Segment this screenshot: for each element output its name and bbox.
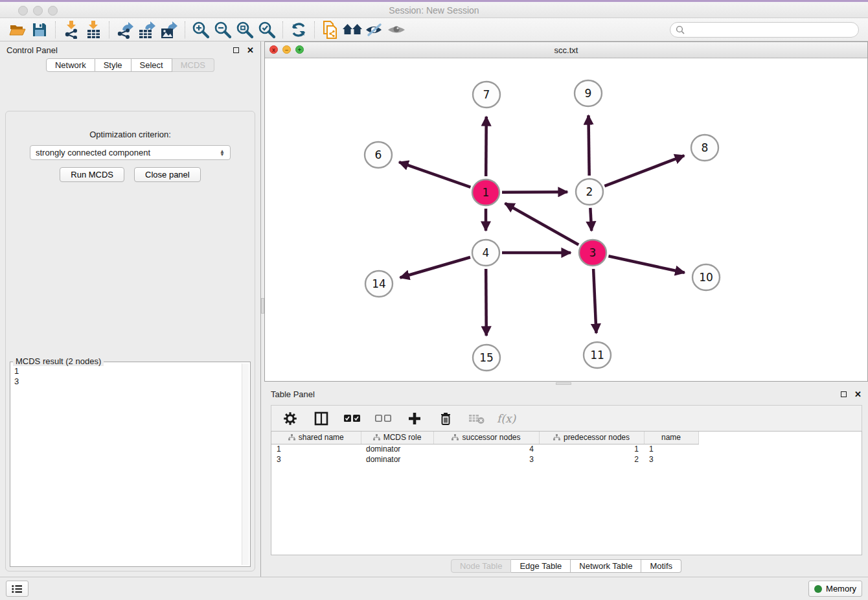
memory-status-icon: [814, 585, 822, 593]
close-view-button[interactable]: x: [269, 45, 278, 54]
export-network-button[interactable]: [114, 20, 136, 40]
tab-style[interactable]: Style: [95, 58, 131, 72]
table-row[interactable]: 1dominator411: [271, 444, 698, 454]
edge-3-1[interactable]: [505, 203, 579, 245]
optimization-criterion-select[interactable]: strongly connected component ▲▼: [30, 145, 231, 160]
show-all-button[interactable]: [385, 20, 407, 40]
table-cell[interactable]: 1: [539, 444, 644, 454]
svg-text:3: 3: [589, 246, 597, 259]
edge-1-6[interactable]: [399, 162, 470, 187]
table-cell[interactable]: dominator: [361, 454, 433, 465]
table-cell[interactable]: 3: [433, 454, 539, 465]
close-panel-icon[interactable]: ✕: [854, 389, 862, 399]
tab-motifs[interactable]: Motifs: [641, 559, 681, 573]
column-header-name[interactable]: name: [644, 432, 698, 444]
search-field[interactable]: [670, 22, 859, 38]
graph-node-7[interactable]: 7: [473, 82, 500, 108]
minimize-view-button[interactable]: –: [282, 45, 291, 54]
splitter-handle[interactable]: [556, 382, 571, 385]
unselect-all-columns-button[interactable]: [372, 409, 394, 428]
open-session-button[interactable]: [6, 20, 29, 40]
save-session-button[interactable]: [29, 20, 51, 40]
clone-network-button[interactable]: [319, 20, 341, 40]
edge-2-3[interactable]: [590, 208, 591, 231]
show-log-button[interactable]: [6, 581, 29, 597]
graph-node-10[interactable]: 10: [692, 264, 720, 290]
table-cell[interactable]: 3: [644, 454, 698, 465]
tab-edge-table[interactable]: Edge Table: [511, 559, 571, 573]
float-panel-icon[interactable]: [233, 47, 239, 53]
graph-node-9[interactable]: 9: [575, 80, 602, 106]
graph-node-2[interactable]: 2: [576, 179, 603, 205]
graph-node-1[interactable]: 1: [472, 179, 499, 205]
graph-node-14[interactable]: 14: [365, 271, 393, 297]
graph-node-15[interactable]: 15: [473, 345, 500, 371]
edge-2-9[interactable]: [588, 115, 589, 176]
hide-selected-button[interactable]: [363, 20, 385, 40]
table-cell[interactable]: dominator: [361, 444, 433, 454]
graph-node-11[interactable]: 11: [584, 342, 611, 368]
close-panel-button[interactable]: Close panel: [134, 167, 201, 182]
zoom-in-button[interactable]: [190, 20, 212, 40]
table-row[interactable]: 3dominator323: [271, 454, 698, 465]
search-input[interactable]: [688, 25, 853, 34]
table-cell[interactable]: 1: [644, 444, 698, 454]
tab-network-table[interactable]: Network Table: [571, 559, 641, 573]
tab-mcds[interactable]: MCDS: [172, 58, 214, 72]
table-settings-button[interactable]: [279, 409, 301, 428]
edge-1-7[interactable]: [486, 117, 486, 176]
network-canvas[interactable]: 7968124314101511: [265, 58, 867, 381]
select-all-columns-button[interactable]: [341, 409, 363, 428]
edge-3-11[interactable]: [593, 269, 596, 333]
tab-network[interactable]: Network: [46, 58, 95, 72]
float-panel-icon[interactable]: [841, 391, 847, 397]
show-column-panel-button[interactable]: [310, 409, 332, 428]
tab-select[interactable]: Select: [131, 58, 172, 72]
column-header-predecessor-nodes[interactable]: predecessor nodes: [539, 432, 644, 444]
zoom-out-button[interactable]: [212, 20, 234, 40]
close-panel-icon[interactable]: ✕: [247, 45, 254, 55]
delete-table-icon: [468, 413, 485, 424]
main-toolbar: [0, 18, 868, 41]
column-header-MCDS-role[interactable]: MCDS role: [361, 432, 433, 444]
table-cell[interactable]: 1: [271, 444, 361, 454]
edge-4-14[interactable]: [400, 257, 470, 278]
result-scrollbar[interactable]: [242, 363, 249, 565]
network-window-controls[interactable]: x – +: [269, 45, 304, 54]
delete-column-button[interactable]: [435, 409, 457, 428]
mcds-result-text[interactable]: 1 3: [12, 363, 241, 565]
export-network-icon: [116, 21, 134, 39]
zoom-selected-button[interactable]: [256, 20, 278, 40]
export-table-button[interactable]: [136, 20, 158, 40]
column-header-successor-nodes[interactable]: successor nodes: [433, 432, 539, 444]
export-image-button[interactable]: [158, 20, 180, 40]
refresh-button[interactable]: [288, 20, 310, 40]
node-table[interactable]: shared nameMCDS rolesuccessor nodesprede…: [271, 432, 699, 465]
graph-node-3[interactable]: 3: [579, 240, 606, 266]
network-graph[interactable]: 7968124314101511: [265, 58, 867, 381]
delete-table-button[interactable]: [466, 409, 488, 428]
toolbar-separator: [314, 21, 315, 38]
graph-node-4[interactable]: 4: [472, 240, 499, 266]
graph-node-8[interactable]: 8: [691, 135, 718, 161]
edge-3-10[interactable]: [608, 256, 684, 272]
import-table-button[interactable]: [82, 20, 104, 40]
edge-2-8[interactable]: [604, 156, 684, 186]
home-button[interactable]: [341, 20, 363, 40]
zoom-fit-button[interactable]: [234, 20, 256, 40]
edge-1-2[interactable]: [502, 192, 567, 192]
maximize-view-button[interactable]: +: [295, 45, 304, 54]
memory-button[interactable]: Memory: [808, 581, 862, 597]
run-mcds-button[interactable]: Run MCDS: [60, 167, 124, 182]
column-header-shared-name[interactable]: shared name: [271, 432, 361, 444]
table-cell[interactable]: 3: [271, 454, 361, 465]
function-builder-icon[interactable]: f(x): [497, 412, 516, 425]
table-cell[interactable]: 4: [433, 444, 539, 454]
add-column-button[interactable]: [404, 409, 426, 428]
edge-4-15[interactable]: [486, 269, 486, 336]
import-network-button[interactable]: [60, 20, 82, 40]
tab-node-table[interactable]: Node Table: [451, 559, 512, 573]
graph-node-6[interactable]: 6: [365, 142, 392, 168]
table-cell[interactable]: 2: [539, 454, 644, 465]
network-window-titlebar[interactable]: x – + scc.txt: [265, 42, 867, 58]
